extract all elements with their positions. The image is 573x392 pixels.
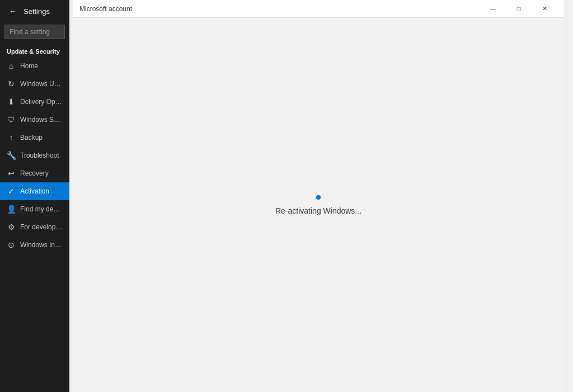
troubleshoot-icon: 🔧 [7,151,16,160]
home-icon: ⌂ [7,62,16,70]
sidebar-title: Settings [24,7,50,16]
sidebar-item-home[interactable]: ⌂Home [0,57,69,75]
close-button[interactable]: ✕ [532,0,557,18]
sidebar-item-label-backup: Backup [20,134,43,141]
windows-insider-icon: ⊙ [7,240,16,249]
maximize-button[interactable]: □ [506,0,532,18]
delivery-optimization-icon: ⬇ [7,97,16,106]
dialog-titlebar: Microsoft account — □ ✕ [73,0,564,18]
loading-dot [316,195,321,200]
sidebar-item-recovery[interactable]: ↩Recovery [0,164,69,182]
minimize-button[interactable]: — [480,0,506,18]
sidebar-item-label-find-my-device: Find my device [20,205,63,213]
sidebar-item-label-home: Home [20,62,38,70]
windows-security-icon: 🛡 [7,115,16,124]
back-button[interactable]: ← [7,6,19,17]
sidebar-item-windows-security[interactable]: 🛡Windows Security [0,111,69,129]
recovery-icon: ↩ [7,169,16,178]
find-my-device-icon: 👤 [7,205,16,214]
sidebar-item-label-windows-update: Windows Update [20,80,63,88]
sidebar-item-label-windows-insider: Windows Insider Pr... [20,241,63,249]
sidebar-item-label-recovery: Recovery [20,169,49,177]
backup-icon: ↑ [7,133,16,142]
loading-text: Re-activating Windows... [275,206,361,215]
dialog-content: Re-activating Windows... [73,18,564,392]
for-developers-icon: ⚙ [7,223,16,232]
sidebar-item-troubleshoot[interactable]: 🔧Troubleshoot [0,147,69,164]
sidebar-header: ← Settings [0,0,69,22]
sidebar-item-find-my-device[interactable]: 👤Find my device [0,200,69,218]
sidebar-item-label-windows-security: Windows Security [20,116,63,124]
nav-container: ⌂Home↻Windows Update⬇Delivery Optimizati… [0,57,69,254]
sidebar-item-label-delivery-optimization: Delivery Optimizati... [20,98,63,106]
main-area: Microsoft account — □ ✕ Re-activating Wi… [69,0,573,392]
dialog-window: Microsoft account — □ ✕ Re-activating Wi… [73,0,564,392]
sidebar-item-windows-insider[interactable]: ⊙Windows Insider Pr... [0,236,69,254]
sidebar-item-label-troubleshoot: Troubleshoot [20,152,59,159]
sidebar: ← Settings Update & Security ⌂Home↻Windo… [0,0,69,392]
sidebar-item-activation[interactable]: ✓Activation [0,182,69,200]
titlebar-buttons: — □ ✕ [480,0,557,18]
settings-window: ← Settings Update & Security ⌂Home↻Windo… [0,0,573,392]
windows-update-icon: ↻ [7,79,16,88]
activation-icon: ✓ [7,187,16,196]
search-input[interactable] [4,25,65,39]
section-label: Update & Security [0,44,69,57]
sidebar-item-backup[interactable]: ↑Backup [0,129,69,147]
loading-container: Re-activating Windows... [275,195,361,215]
sidebar-item-windows-update[interactable]: ↻Windows Update [0,75,69,93]
dialog-title: Microsoft account [79,5,480,13]
sidebar-item-label-for-developers: For developers [20,223,63,231]
sidebar-item-delivery-optimization[interactable]: ⬇Delivery Optimizati... [0,93,69,111]
sidebar-item-for-developers[interactable]: ⚙For developers [0,218,69,236]
sidebar-item-label-activation: Activation [20,187,49,195]
